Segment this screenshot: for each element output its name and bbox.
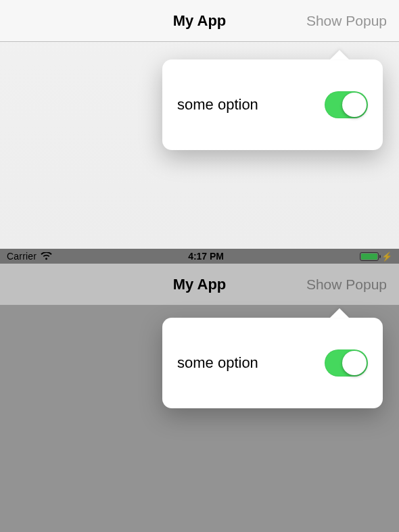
- navbar: My App Show Popup: [0, 264, 399, 306]
- navbar: My App Show Popup: [0, 0, 399, 42]
- carrier-label: Carrier: [7, 251, 37, 262]
- popover: some option: [162, 318, 383, 408]
- toggle-knob-icon: [342, 351, 367, 375]
- statusbar: Carrier 4:17 PM ⚡: [0, 249, 399, 264]
- battery-icon: [360, 252, 379, 261]
- option-toggle[interactable]: [325, 349, 368, 377]
- screen-top: My App Show Popup some option: [0, 0, 399, 249]
- option-label: some option: [177, 354, 325, 372]
- statusbar-time: 4:17 PM: [188, 251, 224, 262]
- show-popup-button[interactable]: Show Popup: [306, 13, 399, 29]
- popover-arrow-icon: [330, 308, 349, 318]
- option-toggle[interactable]: [325, 91, 368, 118]
- screen-bottom: Carrier 4:17 PM ⚡ My App Show Popup some…: [0, 249, 399, 532]
- option-label: some option: [177, 96, 325, 114]
- popover: some option: [162, 59, 383, 150]
- toggle-knob-icon: [342, 93, 367, 117]
- charging-icon: ⚡: [381, 252, 392, 261]
- wifi-icon: [41, 252, 52, 260]
- show-popup-button[interactable]: Show Popup: [306, 276, 399, 293]
- popover-arrow-icon: [330, 50, 349, 59]
